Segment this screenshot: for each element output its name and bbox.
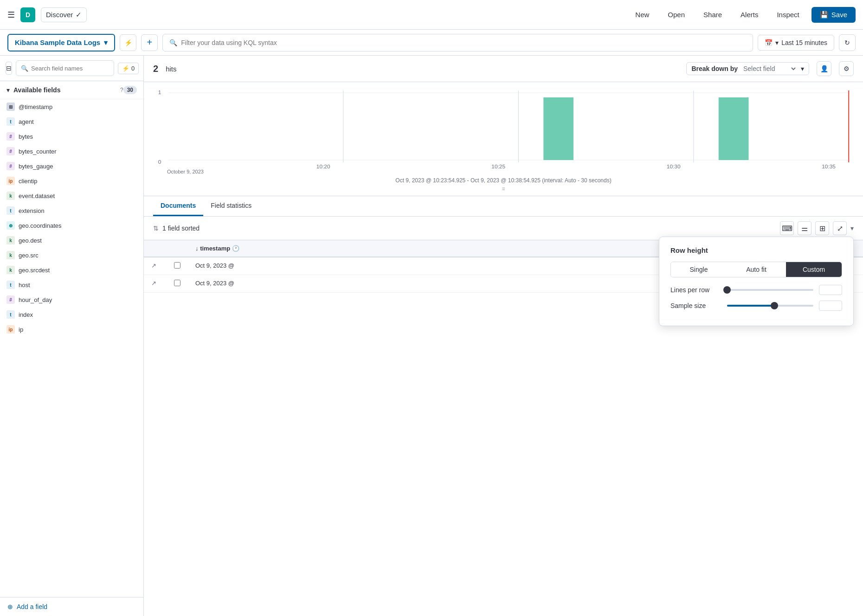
field-item[interactable]: t index — [0, 307, 143, 322]
field-name: bytes_gauge — [19, 163, 53, 170]
breakdown-field-select[interactable]: Select field — [741, 64, 797, 73]
field-type-icon: # — [6, 295, 15, 304]
lines-per-row-value[interactable]: 1 — [819, 285, 842, 295]
kql-search-bar[interactable]: 🔍 — [162, 34, 753, 51]
save-label: Save — [831, 11, 847, 19]
field-filter-count-button[interactable]: ⚡ 0 — [118, 63, 139, 74]
time-range-label: Oct 9, 2023 @ 10:23:54.925 - Oct 9, 2023… — [144, 175, 863, 196]
field-type-icon: t — [6, 206, 15, 215]
col-checkbox — [167, 240, 188, 257]
refresh-icon: ↻ — [844, 39, 850, 46]
field-name: geo.srcdest — [19, 267, 50, 274]
svg-text:10:35: 10:35 — [822, 164, 836, 169]
inspect-button[interactable]: Inspect — [770, 8, 805, 21]
available-fields-count: 30 — [123, 86, 137, 94]
field-item[interactable]: k geo.srcdest — [0, 263, 143, 277]
sample-size-row: Sample size 500 — [670, 301, 842, 311]
expand-button[interactable]: ⤢ — [833, 221, 847, 235]
new-button[interactable]: New — [629, 8, 656, 21]
index-pattern-button[interactable]: Kibana Sample Data Logs ▾ — [7, 34, 115, 51]
available-fields-toggle[interactable]: ▾ — [6, 86, 10, 94]
filter-button[interactable]: ⚡ — [120, 34, 136, 51]
field-item[interactable]: # bytes_gauge — [0, 159, 143, 173]
add-filter-button[interactable]: + — [141, 34, 158, 51]
expand-cell[interactable]: ↗ — [144, 257, 167, 275]
chart-options-button[interactable]: ⚙ — [839, 61, 854, 76]
available-fields-title: Available fields — [13, 86, 118, 94]
field-item[interactable]: k geo.dest — [0, 233, 143, 248]
field-name: index — [19, 311, 33, 318]
time-range-label: Last 15 minutes — [781, 39, 827, 46]
field-item[interactable]: k event.dataset — [0, 188, 143, 203]
share-button[interactable]: Share — [697, 8, 728, 21]
field-item[interactable]: # bytes_counter — [0, 144, 143, 159]
tab-field-statistics[interactable]: Field statistics — [203, 196, 259, 216]
field-search-bar[interactable]: 🔍 — [16, 60, 114, 76]
sort-down-icon: ↓ — [195, 245, 199, 252]
index-pattern-chevron: ▾ — [104, 38, 108, 47]
refresh-button[interactable]: ↻ — [839, 34, 856, 51]
row-height-icon: ⊞ — [819, 224, 825, 233]
save-icon: 💾 — [820, 11, 829, 19]
expand-cell[interactable]: ↗ — [144, 275, 167, 293]
field-type-icon: t — [6, 117, 15, 126]
sample-size-thumb[interactable] — [771, 302, 778, 309]
rh-custom-button[interactable]: Custom — [786, 262, 842, 277]
field-type-icon: k — [6, 266, 15, 274]
expand-row-button[interactable]: ↗ — [151, 280, 156, 287]
sample-size-value[interactable]: 500 — [819, 301, 842, 311]
rh-single-button[interactable]: Single — [671, 262, 727, 277]
collapse-sidebar-button[interactable]: ⊟ — [6, 62, 12, 75]
svg-text:0: 0 — [158, 159, 161, 165]
lines-per-row-thumb[interactable] — [723, 286, 731, 294]
checkbox-cell[interactable] — [167, 275, 188, 293]
menu-icon[interactable]: ☰ — [7, 10, 15, 20]
field-type-icon: ip — [6, 325, 15, 334]
add-field-button[interactable]: ⊕ Add a field — [0, 597, 143, 616]
time-picker-button[interactable]: 📅 ▾ Last 15 minutes — [758, 35, 834, 51]
field-item[interactable]: t host — [0, 277, 143, 292]
chart-settings-button[interactable]: 👤 — [817, 61, 831, 76]
keyboard-button[interactable]: ⌨ — [780, 221, 794, 235]
field-item[interactable]: # hour_of_day — [0, 292, 143, 307]
save-button[interactable]: 💾 Save — [811, 7, 856, 23]
field-item[interactable]: ip ip — [0, 322, 143, 337]
hits-label: hits — [166, 65, 176, 73]
collapse-icon: ⊟ — [6, 64, 12, 72]
row-height-button[interactable]: ⊞ — [815, 221, 829, 235]
svg-rect-7 — [543, 97, 573, 160]
gear-icon: ⚙ — [844, 65, 850, 72]
filter-icon: ⚡ — [124, 39, 132, 46]
field-item[interactable]: t extension — [0, 203, 143, 218]
lines-per-row-track — [727, 289, 813, 291]
open-button[interactable]: Open — [661, 8, 691, 21]
app-avatar: D — [20, 7, 35, 22]
field-type-icon: t — [6, 310, 15, 319]
field-item[interactable]: ip clientip — [0, 173, 143, 188]
row-height-popup: Row height Single Auto fit Custom Lines … — [659, 237, 854, 326]
field-name: geo.dest — [19, 237, 42, 244]
expand-row-button[interactable]: ↗ — [151, 262, 156, 269]
field-item[interactable]: ⊕ geo.coordinates — [0, 218, 143, 233]
sample-size-fill — [727, 305, 774, 307]
time-picker-chevron: ▾ — [775, 39, 779, 46]
app-name-button[interactable]: Discover ✓ — [41, 7, 87, 22]
rh-autofit-button[interactable]: Auto fit — [728, 262, 784, 277]
checkbox-cell[interactable] — [167, 257, 188, 275]
row-checkbox[interactable] — [174, 280, 180, 286]
field-filter-count: 0 — [131, 65, 135, 72]
sample-size-label: Sample size — [670, 302, 721, 309]
kql-input[interactable] — [181, 39, 746, 46]
field-type-icon: t — [6, 281, 15, 289]
row-checkbox[interactable] — [174, 262, 180, 269]
field-item[interactable]: # bytes — [0, 129, 143, 144]
field-item[interactable]: ⊞ @timestamp — [0, 99, 143, 114]
field-type-icon: k — [6, 236, 15, 244]
field-search-input[interactable] — [31, 65, 109, 72]
field-type-icon: ip — [6, 177, 15, 185]
columns-button[interactable]: ⚌ — [798, 221, 811, 235]
alerts-button[interactable]: Alerts — [734, 8, 765, 21]
field-item[interactable]: t agent — [0, 114, 143, 129]
field-item[interactable]: k geo.src — [0, 248, 143, 263]
tab-documents[interactable]: Documents — [153, 196, 203, 216]
